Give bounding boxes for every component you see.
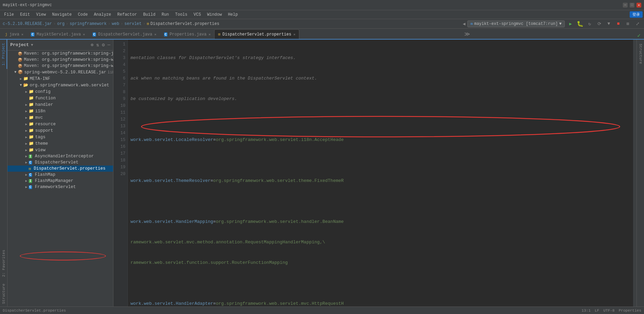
tree-item-function[interactable]: 📁 function xyxy=(8,95,113,101)
expand-button[interactable]: ⤢ xyxy=(634,20,641,28)
tree-item-maven-jcl[interactable]: 📦 Maven: org.springframework:spring-jcl:… xyxy=(8,51,113,57)
tree-item-mvc[interactable]: ▶ 📁 mvc xyxy=(8,114,113,121)
vertical-scrollbar[interactable] xyxy=(633,40,636,314)
menu-analyze[interactable]: Analyze xyxy=(91,12,114,18)
debug-button[interactable]: 🐛 xyxy=(576,20,584,28)
tree-arrow: ▶ xyxy=(18,77,23,81)
tree-label: org.springframework.web.servlet xyxy=(30,83,109,88)
code-line-10: ramework.web.servlet.mvc.method.annotati… xyxy=(131,239,630,246)
tab-dispatcher-java-label: DispatcherServlet.java xyxy=(98,32,152,37)
tree-arrow: ▼ xyxy=(13,70,18,74)
code-line-12 xyxy=(131,280,630,287)
tab-mayikt[interactable]: C MayiktServlet.java ✕ xyxy=(27,29,88,39)
breadcrumb-jar[interactable]: c-5.2.10.RELEASE.jar xyxy=(3,22,52,26)
tree-item-dispatcher-properties[interactable]: ⊞ DispatcherServlet.properties xyxy=(8,166,113,172)
folder-icon: 📁 xyxy=(29,115,34,120)
code-content[interactable]: mentation classes for DispatcherServlet'… xyxy=(128,40,633,314)
menu-view[interactable]: View xyxy=(33,12,49,18)
tree-item-dispatcher-servlet[interactable]: ▶ C DispatcherServlet xyxy=(8,159,113,166)
breadcrumb-file[interactable]: DispatcherServlet.properties xyxy=(150,22,219,26)
tree-arrow: ▶ xyxy=(24,185,29,189)
tab-java[interactable]: j java ✕ xyxy=(1,29,27,39)
maximize-button[interactable]: □ xyxy=(630,3,634,8)
tree-label: resource xyxy=(35,122,56,127)
folder-icon: 📁 xyxy=(29,96,34,101)
tree-item-flashmap[interactable]: ▶ C FlashMap xyxy=(8,172,113,178)
run-config-area: ◀ m mayikt-ext-springmvc [tomcat7:run] ▼… xyxy=(463,20,641,28)
menu-file[interactable]: File xyxy=(1,12,17,18)
tree-arrow: ▶ xyxy=(24,122,29,126)
tree-item-config[interactable]: ▶ 📁 config xyxy=(8,88,113,95)
tab-dispatcher-properties-close[interactable]: ✕ xyxy=(293,32,296,37)
menu-refactor[interactable]: Refactor xyxy=(114,12,140,18)
tree-item-view[interactable]: ▶ 📁 view xyxy=(8,147,113,153)
tab-java-close[interactable]: ✕ xyxy=(21,32,23,37)
far-left-tab-project[interactable]: 1: Project xyxy=(0,40,7,69)
sidebar-dropdown-icon[interactable]: ▼ xyxy=(31,43,33,47)
minimize-button[interactable]: — xyxy=(623,3,628,8)
menu-help[interactable]: Help xyxy=(225,12,241,18)
right-side-tabs: Structure xyxy=(636,40,644,314)
nav-back-icon[interactable]: ◀ xyxy=(463,21,466,27)
sidebar-add-icon[interactable]: ⊕ xyxy=(91,42,93,48)
sidebar-layout-icon[interactable]: ⇅ xyxy=(96,42,99,48)
tree-label: FlashMap xyxy=(35,172,55,177)
tab-properties-java-close[interactable]: ✕ xyxy=(208,32,210,37)
tab-dispatcher-properties[interactable]: ⊞ DispatcherServlet.properties ✕ xyxy=(214,29,299,39)
tree-item-org-package[interactable]: ▼ 📂 org.springframework.web.servlet xyxy=(8,82,113,88)
tree-label: mvc xyxy=(35,115,43,120)
tab-dispatcher-java[interactable]: C DispatcherServlet.java ✕ xyxy=(89,29,160,39)
tree-item-handler[interactable]: ▶ 📁 handler xyxy=(8,101,113,108)
tree-item-async-interceptor[interactable]: ▶ I AsyncHandlerInterceptor xyxy=(8,153,113,159)
tree-item-resource[interactable]: ▶ 📁 resource xyxy=(8,121,113,127)
tree-label: DispatcherServlet xyxy=(35,160,79,165)
tab-overflow-button[interactable]: ≫ xyxy=(462,29,473,39)
breadcrumb-org[interactable]: org xyxy=(57,22,65,26)
breadcrumb-servlet[interactable]: servlet xyxy=(124,22,141,26)
tree-item-support[interactable]: ▶ 📁 support xyxy=(8,127,113,134)
sidebar-header: Project ▼ ⊕ ⇅ ⚙ — xyxy=(8,40,113,51)
settings-button[interactable]: ▼ xyxy=(605,20,613,28)
right-tab-structure[interactable]: Structure xyxy=(638,41,644,67)
tree-item-maven-web[interactable]: 📦 Maven: org.springframework:spring-web:… xyxy=(8,57,113,63)
tab-mayikt-close[interactable]: ✕ xyxy=(83,32,85,37)
sidebar-minimize-icon[interactable]: — xyxy=(108,42,110,48)
tree-item-tags[interactable]: ▶ 📁 tags xyxy=(8,134,113,140)
menu-run[interactable]: Run xyxy=(159,12,172,18)
tree-extra: library root xyxy=(108,70,113,74)
run-play-button[interactable]: ▶ xyxy=(567,20,574,28)
menu-window[interactable]: Window xyxy=(204,12,224,18)
menu-build[interactable]: Build xyxy=(140,12,158,18)
tab-dispatcher-java-close[interactable]: ✕ xyxy=(154,32,156,37)
menu-tools[interactable]: Tools xyxy=(173,12,190,18)
refresh-button[interactable]: ⟳ xyxy=(595,20,603,28)
menu-edit[interactable]: Edit xyxy=(17,12,33,18)
tree-item-framework-servlet[interactable]: ▶ C FrameworkServlet xyxy=(8,184,113,190)
sidebar-tree: 📦 Maven: org.springframework:spring-jcl:… xyxy=(8,51,113,314)
title-bar: mayikt-ext-springmvc — □ ✕ xyxy=(0,0,644,10)
tree-item-meta-inf[interactable]: ▶ 📁 META-INF xyxy=(8,75,113,82)
tree-item-maven-webmvc[interactable]: 📦 Maven: org.springframework:spring-webm… xyxy=(8,63,113,69)
tree-item-theme[interactable]: ▶ 📁 theme xyxy=(8,140,113,147)
sidebar-settings-icon[interactable]: ⚙ xyxy=(102,42,105,48)
tab-properties-java[interactable]: C Properties.java ✕ xyxy=(160,29,215,39)
login-button[interactable]: 登录 xyxy=(630,11,643,18)
menu-navigate[interactable]: Navigate xyxy=(49,12,74,18)
tree-item-i18n[interactable]: ▶ 📁 i18n xyxy=(8,108,113,114)
far-left-tab-favorites[interactable]: 2: Favorites xyxy=(1,246,7,280)
close-button[interactable]: ✕ xyxy=(636,3,641,8)
breadcrumb-web[interactable]: web xyxy=(112,22,119,26)
tree-arrow: ▶ xyxy=(24,154,29,158)
run-configuration[interactable]: m mayikt-ext-springmvc [tomcat7:run] ▼ xyxy=(467,20,565,27)
tree-item-jar[interactable]: ▼ 📦 spring-webmvc-5.2.10.RELEASE.jar lib… xyxy=(8,69,113,75)
tree-label: FlashMapManager xyxy=(35,179,73,183)
reload-button[interactable]: ↻ xyxy=(586,20,593,28)
breadcrumb-springframework[interactable]: springframework xyxy=(70,22,107,26)
layout-button[interactable]: ⊞ xyxy=(624,20,632,28)
menu-code[interactable]: Code xyxy=(75,12,91,18)
menu-vcs[interactable]: VCS xyxy=(191,12,204,18)
menu-bar: File Edit View Navigate Code Analyze Ref… xyxy=(0,10,644,19)
stop-button[interactable]: ■ xyxy=(615,20,622,28)
tree-item-flashmap-manager[interactable]: ▶ I FlashMapManager xyxy=(8,178,113,184)
run-config-dropdown-icon[interactable]: ▼ xyxy=(559,22,562,26)
